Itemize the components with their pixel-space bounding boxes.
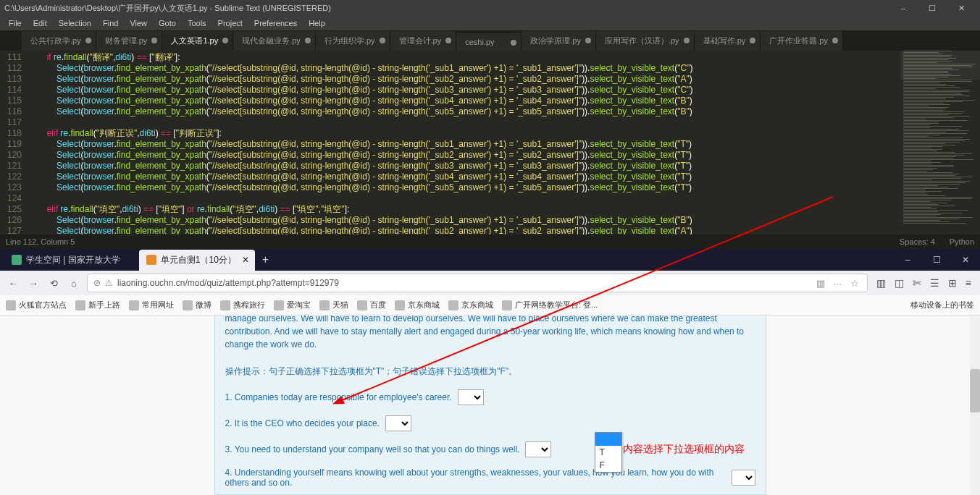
browser-toolbar: ← → ⟲ ⌂ ⊘ ⚠ liaoning.ouchn.cn/mod/quiz/a… xyxy=(0,271,980,295)
menu-view[interactable]: View xyxy=(124,17,153,29)
tab-title: 学生空间 | 国家开放大学 xyxy=(26,254,120,266)
menu-goto[interactable]: Goto xyxy=(153,17,182,29)
bookmark-item[interactable]: 天猫 xyxy=(319,300,348,310)
bookmark-item[interactable]: 广开网络教学平台: 登... xyxy=(502,300,598,310)
dropdown-option-t[interactable]: T xyxy=(595,446,621,459)
close-tab-icon[interactable]: ✕ xyxy=(242,255,249,265)
menu-tools[interactable]: Tools xyxy=(182,17,212,29)
status-bar: Line 112, Column 5 Spaces: 4 Python xyxy=(0,234,980,249)
bookmark-favicon-icon xyxy=(220,300,230,310)
line-number: 111 xyxy=(0,52,22,63)
menu-preferences[interactable]: Preferences xyxy=(248,17,303,29)
question-1: 1. Companies today are responsible for e… xyxy=(225,389,755,405)
editor-tab[interactable]: 管理会计.py xyxy=(390,31,457,51)
editor-tab[interactable]: 现代金融业务.py xyxy=(233,31,316,51)
close-button[interactable]: ✕ xyxy=(947,4,976,13)
page-content: their accomplishments as to be considere… xyxy=(0,316,980,495)
bookmark-item[interactable]: 火狐官方站点 xyxy=(6,300,67,310)
maximize-button[interactable]: ☐ xyxy=(918,4,947,13)
close-button[interactable]: ✕ xyxy=(951,255,980,265)
browser-tab-1[interactable]: 单元自测1（10分） ✕ xyxy=(139,250,255,271)
answer-select-4[interactable] xyxy=(732,470,755,486)
bookmark-item[interactable]: 携程旅行 xyxy=(220,300,265,310)
sidebar-icon[interactable]: ◫ xyxy=(895,277,904,289)
modified-indicator-icon xyxy=(511,40,516,46)
editor-tab[interactable]: 公共行政学.py xyxy=(22,31,96,51)
line-number: 126 xyxy=(0,215,22,226)
dropdown-open[interactable]: T F xyxy=(595,432,622,473)
menu-find[interactable]: Find xyxy=(97,17,124,29)
address-bar[interactable]: ⊘ ⚠ liaoning.ouchn.cn/mod/quiz/attempt.p… xyxy=(87,274,868,292)
maximize-button[interactable]: ☐ xyxy=(922,255,951,265)
browser-tab-0[interactable]: 学生空间 | 国家开放大学 xyxy=(4,250,139,271)
editor-tab[interactable]: 人文英语1.py xyxy=(162,31,233,51)
mobile-bookmarks[interactable]: 移动设备上的书签 xyxy=(910,300,974,310)
bookmark-item[interactable]: 京东商城 xyxy=(395,300,440,310)
menu-icon[interactable]: ≡ xyxy=(966,277,971,289)
reader-icon[interactable]: ▥ xyxy=(814,278,827,289)
forward-button[interactable]: → xyxy=(26,278,41,289)
screenshot-icon[interactable]: ✄ xyxy=(913,277,921,289)
editor-tab[interactable]: 政治学原理.py xyxy=(522,31,596,51)
menu-project[interactable]: Project xyxy=(212,17,248,29)
minimap[interactable] xyxy=(900,51,980,234)
line-gutter: 1111121131141151161171181191201211221231… xyxy=(0,51,28,234)
bookmark-item[interactable]: 京东商城 xyxy=(448,300,493,310)
dots-icon[interactable]: ··· xyxy=(832,278,844,289)
editor-tabs: 公共行政学.py财务管理.py人文英语1.py现代金融业务.py行为组织学.py… xyxy=(0,30,980,51)
line-number: 117 xyxy=(0,117,22,128)
page-scrollbar[interactable] xyxy=(970,316,980,495)
quiz-box: their accomplishments as to be considere… xyxy=(214,316,766,495)
question-text: 3. You need to understand your company w… xyxy=(225,444,520,454)
editor-tab[interactable]: 基础写作.py xyxy=(695,31,761,51)
editor-tab[interactable]: 行为组织学.py xyxy=(316,31,390,51)
home-button[interactable]: ⌂ xyxy=(67,278,81,289)
modified-indicator-icon xyxy=(305,38,311,43)
dropdown-blank-option[interactable] xyxy=(595,433,621,446)
status-lang[interactable]: Python xyxy=(950,237,974,246)
firefox-window: 学生空间 | 国家开放大学 单元自测1（10分） ✕ + – ☐ ✕ ← → ⟲… xyxy=(0,249,980,495)
bookmark-item[interactable]: 微博 xyxy=(183,300,212,310)
scrollbar-thumb[interactable] xyxy=(970,369,980,412)
modified-indicator-icon xyxy=(585,38,591,43)
editor-tab[interactable]: ceshi.py xyxy=(456,33,522,51)
answer-select-1[interactable] xyxy=(458,389,484,405)
line-number: 123 xyxy=(0,182,22,193)
question-text: 2. It is the CEO who decides your place. xyxy=(225,418,380,428)
line-number: 115 xyxy=(0,96,22,106)
bookmark-item[interactable]: 爱淘宝 xyxy=(274,300,311,310)
line-number: 119 xyxy=(0,139,22,150)
answer-select-3[interactable] xyxy=(525,441,551,457)
editor-tab[interactable]: 广开作业答题.py xyxy=(761,31,843,51)
new-tab-button[interactable]: + xyxy=(255,253,276,266)
library-icon[interactable]: ▥ xyxy=(876,277,886,289)
star-icon[interactable]: ☆ xyxy=(848,278,861,289)
menu-file[interactable]: File xyxy=(3,17,28,29)
menu-selection[interactable]: Selection xyxy=(53,17,97,29)
code-area[interactable]: if re.findall("翻译",di6ti) == ["翻译"]: Sel… xyxy=(28,51,900,234)
sublime-text-window: C:\Users\Administrator\Desktop\广开国开py\人文… xyxy=(0,0,980,249)
bookmark-item[interactable]: 常用网址 xyxy=(129,300,174,310)
extension-icon[interactable]: ⊞ xyxy=(948,277,957,289)
back-button[interactable]: ← xyxy=(6,278,20,289)
modified-indicator-icon xyxy=(380,38,385,43)
title-bar: C:\Users\Administrator\Desktop\广开国开py\人文… xyxy=(0,0,980,16)
answer-select-2[interactable] xyxy=(385,415,411,431)
modified-indicator-icon xyxy=(750,38,755,43)
dropdown-option-f[interactable]: F xyxy=(595,459,621,472)
menu-help[interactable]: Help xyxy=(303,17,331,29)
line-number: 112 xyxy=(0,63,22,74)
bookmark-item[interactable]: 新手上路 xyxy=(75,300,120,310)
reload-button[interactable]: ⟲ xyxy=(46,278,61,289)
editor-tab[interactable]: 应用写作（汉语）.py xyxy=(596,31,695,51)
sync-icon[interactable]: ☰ xyxy=(930,277,939,289)
editor-tab[interactable]: 财务管理.py xyxy=(96,31,163,51)
bookmark-favicon-icon xyxy=(183,300,193,310)
bookmark-item[interactable]: 百度 xyxy=(357,300,386,310)
line-number: 121 xyxy=(0,161,22,172)
status-spaces[interactable]: Spaces: 4 xyxy=(900,237,935,246)
bookmark-label: 微博 xyxy=(196,300,212,310)
minimize-button[interactable]: – xyxy=(889,4,918,12)
minimize-button[interactable]: – xyxy=(893,255,922,265)
menu-edit[interactable]: Edit xyxy=(28,17,53,29)
